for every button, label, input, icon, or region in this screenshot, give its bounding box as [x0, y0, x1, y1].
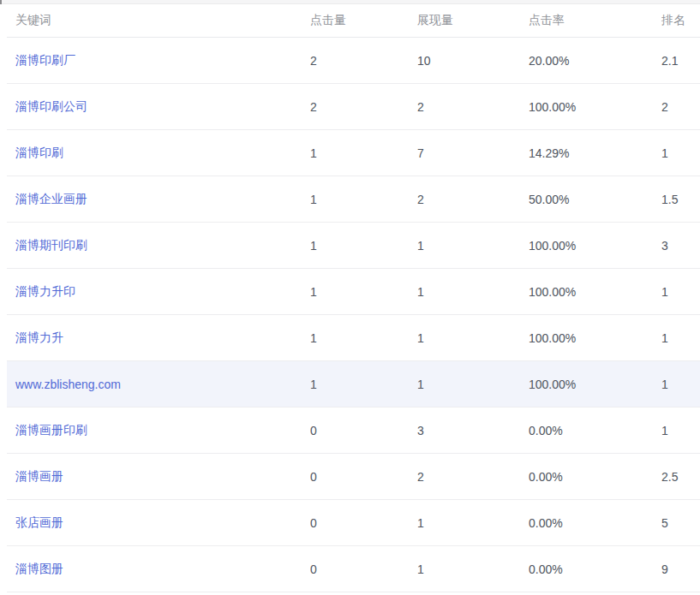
- impressions-cell: 1: [417, 562, 529, 576]
- keyword-link[interactable]: 张店画册: [7, 515, 310, 531]
- clicks-cell: 0: [310, 562, 417, 576]
- keyword-link[interactable]: 淄博期刊印刷: [7, 238, 310, 253]
- clicks-cell: 2: [310, 54, 417, 68]
- keyword-table: 关键词 点击量 展现量 点击率 排名 淄博印刷厂21020.00%2.1淄博印刷…: [7, 4, 700, 592]
- ctr-cell: 14.29%: [529, 146, 661, 160]
- table-row: 淄博力升印11100.00%1: [7, 269, 700, 315]
- keyword-link[interactable]: www.zblisheng.com: [7, 378, 310, 391]
- top-strip: [0, 0, 700, 4]
- rank-cell: 1: [661, 331, 700, 345]
- rank-cell: 1.5: [661, 193, 700, 206]
- impressions-cell: 1: [417, 516, 529, 530]
- table-row: 淄博印刷1714.29%1: [7, 130, 700, 176]
- ctr-cell: 100.00%: [529, 378, 661, 391]
- impressions-cell: 2: [417, 470, 529, 484]
- ctr-cell: 20.00%: [529, 54, 661, 68]
- column-header-clicks: 点击量: [310, 13, 417, 28]
- clicks-cell: 0: [310, 516, 417, 530]
- keyword-link[interactable]: 淄博力升: [7, 330, 310, 346]
- ctr-cell: 50.00%: [529, 193, 661, 206]
- table-body: 淄博印刷厂21020.00%2.1淄博印刷公司22100.00%2淄博印刷171…: [7, 38, 700, 592]
- rank-cell: 9: [661, 562, 700, 576]
- impressions-cell: 3: [417, 424, 529, 437]
- table-header: 关键词 点击量 展现量 点击率 排名: [7, 4, 700, 38]
- rank-cell: 1: [661, 285, 700, 299]
- table-row: 淄博图册010.00%9: [7, 546, 700, 592]
- table-row: 淄博画册020.00%2.5: [7, 454, 700, 500]
- column-header-rank: 排名: [661, 13, 700, 28]
- keyword-link[interactable]: 淄博印刷: [7, 146, 310, 161]
- keyword-link[interactable]: 淄博印刷公司: [7, 99, 310, 115]
- keyword-link[interactable]: 淄博印刷厂: [7, 53, 310, 68]
- table-row: 淄博企业画册1250.00%1.5: [7, 176, 700, 223]
- rank-cell: 1: [661, 378, 700, 391]
- table-row: 淄博印刷公司22100.00%2: [7, 84, 700, 130]
- top-left-artifact: [0, 0, 2, 4]
- impressions-cell: 2: [417, 193, 529, 206]
- clicks-cell: 2: [310, 100, 417, 114]
- clicks-cell: 1: [310, 193, 417, 206]
- rank-cell: 1: [661, 424, 700, 437]
- impressions-cell: 7: [417, 146, 529, 160]
- table-row: 淄博期刊印刷11100.00%3: [7, 223, 700, 269]
- column-header-impressions: 展现量: [417, 13, 529, 28]
- clicks-cell: 1: [310, 331, 417, 345]
- clicks-cell: 1: [310, 378, 417, 391]
- rank-cell: 5: [661, 516, 700, 530]
- impressions-cell: 1: [417, 331, 529, 345]
- clicks-cell: 1: [310, 239, 417, 253]
- keyword-report-page: 关键词 点击量 展现量 点击率 排名 淄博印刷厂21020.00%2.1淄博印刷…: [0, 0, 700, 595]
- rank-cell: 2.5: [661, 470, 700, 484]
- keyword-link[interactable]: 淄博企业画册: [7, 192, 310, 207]
- impressions-cell: 1: [417, 239, 529, 253]
- impressions-cell: 1: [417, 378, 529, 391]
- keyword-link[interactable]: 淄博图册: [7, 562, 310, 577]
- rank-cell: 2: [661, 100, 700, 114]
- ctr-cell: 0.00%: [529, 516, 661, 530]
- table-row: 淄博画册印刷030.00%1: [7, 408, 700, 454]
- ctr-cell: 100.00%: [529, 100, 661, 114]
- clicks-cell: 1: [310, 285, 417, 299]
- column-header-ctr: 点击率: [529, 13, 661, 28]
- clicks-cell: 1: [310, 146, 417, 160]
- table-row: 淄博印刷厂21020.00%2.1: [7, 38, 700, 84]
- rank-cell: 3: [661, 239, 700, 253]
- rank-cell: 2.1: [661, 54, 700, 68]
- impressions-cell: 2: [417, 100, 529, 114]
- ctr-cell: 0.00%: [529, 562, 661, 576]
- ctr-cell: 100.00%: [529, 331, 661, 345]
- ctr-cell: 100.00%: [529, 285, 661, 299]
- table-row: 淄博力升11100.00%1: [7, 315, 700, 361]
- ctr-cell: 0.00%: [529, 470, 661, 484]
- clicks-cell: 0: [310, 470, 417, 484]
- rank-cell: 1: [661, 146, 700, 160]
- table-row: 张店画册010.00%5: [7, 500, 700, 546]
- clicks-cell: 0: [310, 424, 417, 437]
- keyword-link[interactable]: 淄博画册: [7, 469, 310, 485]
- ctr-cell: 0.00%: [529, 424, 661, 437]
- table-row: www.zblisheng.com11100.00%1: [7, 361, 700, 408]
- column-header-keyword: 关键词: [7, 13, 310, 28]
- keyword-link[interactable]: 淄博画册印刷: [7, 423, 310, 438]
- keyword-link[interactable]: 淄博力升印: [7, 284, 310, 300]
- ctr-cell: 100.00%: [529, 239, 661, 253]
- impressions-cell: 1: [417, 285, 529, 299]
- impressions-cell: 10: [417, 54, 529, 68]
